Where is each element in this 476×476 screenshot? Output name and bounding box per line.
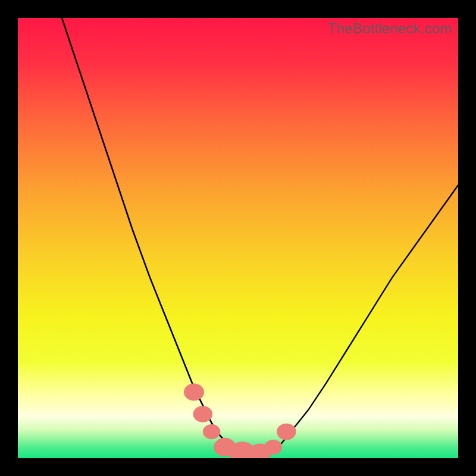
marker-dot — [203, 424, 221, 439]
marker-band — [184, 384, 296, 458]
marker-dot — [184, 384, 204, 401]
outer-frame: TheBottleneck.com — [0, 0, 476, 476]
curve-layer — [18, 18, 458, 458]
curve-right — [247, 185, 458, 453]
plot-area: TheBottleneck.com — [18, 18, 458, 458]
marker-dot — [193, 406, 213, 422]
curve-left — [62, 18, 247, 454]
marker-dot — [264, 440, 282, 455]
marker-dot — [277, 424, 296, 440]
